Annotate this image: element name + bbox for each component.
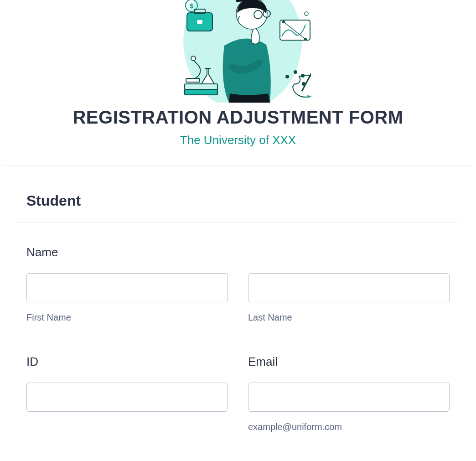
svg-rect-5 [197,20,202,24]
svg-rect-12 [280,20,310,40]
svg-point-16 [285,75,289,78]
svg-rect-10 [186,78,200,82]
svg-point-18 [301,74,305,78]
svg-point-11 [305,12,308,16]
first-name-sublabel: First Name [26,312,228,323]
form-title: REGISTRATION ADJUSTMENT FORM [72,107,403,128]
header-divider [4,166,472,166]
form-header: $ [16,0,460,166]
name-label: Name [26,245,450,259]
svg-point-9 [191,56,196,61]
email-helper: example@uniform.com [248,422,450,432]
id-input[interactable] [26,383,228,412]
email-input[interactable] [248,383,450,412]
header-illustration: $ [165,0,311,103]
svg-text:$: $ [190,2,194,10]
svg-point-15 [304,38,307,41]
svg-point-20 [307,95,310,98]
svg-point-14 [282,21,285,23]
id-label: ID [26,355,228,369]
section-divider [16,222,460,223]
svg-point-17 [294,70,297,74]
last-name-sublabel: Last Name [248,312,450,323]
first-name-input[interactable] [26,273,228,302]
form-subtitle: The University of XXX [180,133,296,147]
last-name-input[interactable] [248,273,450,302]
email-label: Email [248,355,450,369]
section-heading-student: Student [26,192,450,209]
svg-rect-7 [185,84,217,89]
svg-rect-6 [185,89,217,95]
